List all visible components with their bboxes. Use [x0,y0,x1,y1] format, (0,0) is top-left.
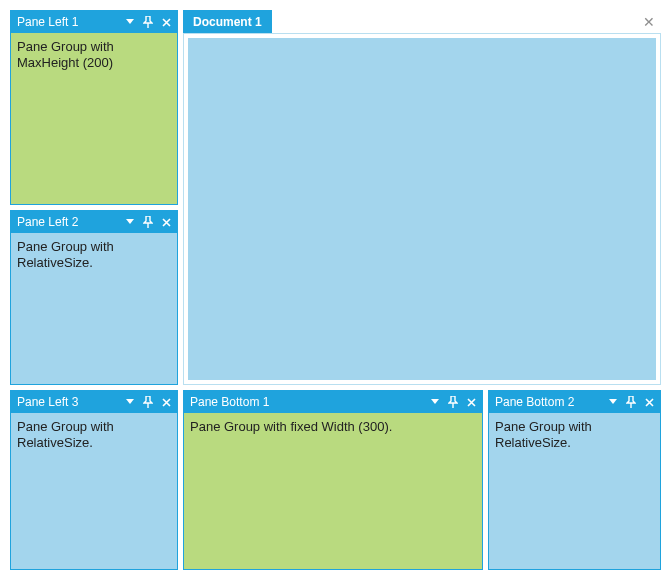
dock-layout: Pane Left 1 Pane Group with MaxHeight (2… [10,10,661,570]
pin-icon[interactable] [446,395,460,409]
top-row: Pane Left 1 Pane Group with MaxHeight (2… [10,10,661,385]
chevron-down-icon[interactable] [606,395,620,409]
pane-title: Pane Left 2 [17,211,123,233]
pane-body: Pane Group with MaxHeight (200) [11,33,177,204]
pin-icon[interactable] [624,395,638,409]
pane-title: Pane Bottom 2 [495,391,606,413]
left-column: Pane Left 1 Pane Group with MaxHeight (2… [10,10,178,385]
close-icon[interactable] [159,215,173,229]
pane-bottom-1: Pane Bottom 1 Pane Group with fixed Widt… [183,390,483,570]
pane-title: Pane Bottom 1 [190,391,428,413]
document-frame [183,34,661,385]
chevron-down-icon[interactable] [123,215,137,229]
pin-icon[interactable] [141,395,155,409]
pane-left-2: Pane Left 2 Pane Group with RelativeSize… [10,210,178,385]
close-icon[interactable] [159,395,173,409]
pane-bottom-2: Pane Bottom 2 Pane Group with RelativeSi… [488,390,661,570]
close-icon[interactable] [159,15,173,29]
pane-body: Pane Group with RelativeSize. [11,233,177,384]
tab-label: Document 1 [193,15,262,29]
chevron-down-icon[interactable] [123,395,137,409]
bottom-row: Pane Left 3 Pane Group with RelativeSize… [10,390,661,570]
pane-title: Pane Left 1 [17,11,123,33]
pane-body: Pane Group with RelativeSize. [11,413,177,569]
chevron-down-icon[interactable] [428,395,442,409]
chevron-down-icon[interactable] [123,15,137,29]
pane-body: Pane Group with RelativeSize. [489,413,660,569]
pane-title: Pane Left 3 [17,391,123,413]
pin-icon[interactable] [141,15,155,29]
pane-left-3: Pane Left 3 Pane Group with RelativeSize… [10,390,178,570]
pane-header[interactable]: Pane Left 3 [11,391,177,413]
document-tabbar: Document 1 ✕ [183,10,661,34]
pin-icon[interactable] [141,215,155,229]
close-icon[interactable] [464,395,478,409]
document-area: Document 1 ✕ [183,10,661,385]
close-icon[interactable]: ✕ [637,10,661,33]
close-icon[interactable] [642,395,656,409]
pane-header[interactable]: Pane Left 1 [11,11,177,33]
pane-header[interactable]: Pane Bottom 1 [184,391,482,413]
tabbar-spacer [272,10,637,33]
pane-left-1: Pane Left 1 Pane Group with MaxHeight (2… [10,10,178,205]
pane-header[interactable]: Pane Bottom 2 [489,391,660,413]
tab-document-1[interactable]: Document 1 [183,10,272,33]
pane-body: Pane Group with fixed Width (300). [184,413,482,569]
document-content [188,38,656,380]
pane-header[interactable]: Pane Left 2 [11,211,177,233]
